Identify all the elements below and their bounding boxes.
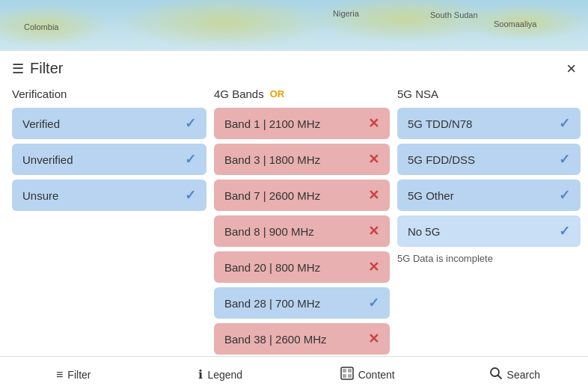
check-icon-verified: ✓ [185, 115, 196, 132]
filter-item-band8[interactable]: Band 8 | 900 MHz ✕ [214, 215, 390, 247]
filter-nav-icon: ≡ [56, 368, 63, 382]
x-icon-band1: ✕ [368, 115, 379, 132]
map-label-soomaaliya: Soomaaliya [494, 19, 536, 28]
filter-title: Filter [30, 60, 63, 77]
filter-item-unverified-label: Unverified [22, 153, 73, 166]
nav-filter[interactable]: ≡ Filter [0, 357, 147, 392]
filter-item-band1[interactable]: Band 1 | 2100 MHz ✕ [214, 108, 390, 139]
nav-legend[interactable]: ℹ Legend [147, 357, 295, 392]
close-button[interactable]: × [566, 61, 576, 77]
filter-item-unsure[interactable]: Unsure ✓ [12, 180, 206, 211]
svg-rect-3 [343, 374, 346, 378]
check-icon-unsure: ✓ [185, 187, 196, 203]
band3-label: Band 3 | 1800 MHz [224, 153, 320, 166]
filter-panel: ☰ Filter × Verification Verified ✓ Unver… [0, 51, 588, 356]
map-label-colombia: Colombia [24, 22, 58, 31]
svg-rect-1 [343, 369, 346, 373]
content-nav-icon [340, 367, 354, 383]
check-icon-5g-other: ✓ [559, 187, 570, 203]
5g-fdd-label: 5G FDD/DSS [408, 153, 475, 166]
check-icon-5g-fdd: ✓ [559, 151, 570, 168]
filter-item-unverified[interactable]: Unverified ✓ [12, 144, 206, 175]
5g-other-label: 5G Other [408, 189, 454, 202]
or-label: OR [270, 88, 285, 99]
band38-label: Band 38 | 2600 MHz [224, 333, 326, 346]
svg-line-6 [497, 375, 501, 379]
band1-label: Band 1 | 2100 MHz [224, 117, 320, 130]
x-icon-band38: ✕ [368, 331, 379, 347]
svg-rect-4 [348, 374, 352, 378]
filter-item-5g-fdd[interactable]: 5G FDD/DSS ✓ [397, 144, 581, 175]
map-background: Colombia Nigeria South Sudan Soomaaliya [0, 0, 588, 51]
svg-rect-2 [348, 369, 352, 373]
5g-tdd-label: 5G TDD/N78 [408, 117, 472, 130]
x-icon-band20: ✕ [368, 259, 379, 275]
x-icon-band3: ✕ [368, 151, 379, 168]
content-nav-label: Content [358, 369, 395, 381]
check-icon-unverified: ✓ [185, 151, 196, 168]
bands-5g-header: 5G NSA [397, 88, 581, 100]
filter-item-band7[interactable]: Band 7 | 2600 MHz ✕ [214, 180, 390, 211]
check-icon-no-5g: ✓ [559, 223, 570, 239]
filter-item-band20[interactable]: Band 20 | 800 MHz ✕ [214, 251, 390, 283]
bands-4g-header: 4G Bands OR [214, 88, 390, 100]
filter-item-verified-label: Verified [22, 117, 60, 130]
search-nav-icon [489, 367, 503, 383]
filter-icon: ☰ [12, 61, 24, 77]
filter-title-wrap: ☰ Filter [12, 60, 63, 77]
filter-item-no-5g[interactable]: No 5G ✓ [397, 215, 581, 247]
no-5g-label: No 5G [408, 225, 440, 238]
bottom-nav: ≡ Filter ℹ Legend Content Search [0, 356, 588, 392]
filter-item-band3[interactable]: Band 3 | 1800 MHz ✕ [214, 144, 390, 175]
filter-nav-label: Filter [67, 369, 91, 381]
filter-columns: Verification Verified ✓ Unverified ✓ Uns… [12, 88, 576, 337]
filter-item-verified[interactable]: Verified ✓ [12, 108, 206, 139]
filter-item-band28[interactable]: Band 28 | 700 MHz ✓ [214, 287, 390, 319]
5g-info-text: 5G Data is incomplete [397, 253, 581, 264]
filter-item-band38[interactable]: Band 38 | 2600 MHz ✕ [214, 323, 390, 355]
bands-4g-column: 4G Bands OR Band 1 | 2100 MHz ✕ Band 3 |… [214, 88, 397, 356]
nav-content[interactable]: Content [294, 357, 441, 392]
filter-item-unsure-label: Unsure [22, 189, 58, 202]
legend-nav-icon: ℹ [198, 367, 203, 382]
band7-label: Band 7 | 2600 MHz [224, 189, 320, 202]
map-label-south-sudan: South Sudan [430, 10, 478, 19]
check-icon-band28: ✓ [368, 295, 379, 311]
band8-label: Band 8 | 900 MHz [224, 225, 314, 238]
legend-nav-label: Legend [207, 369, 242, 381]
map-label-nigeria: Nigeria [333, 9, 359, 18]
verification-header: Verification [12, 88, 206, 100]
band20-label: Band 20 | 800 MHz [224, 261, 320, 274]
x-icon-band8: ✕ [368, 223, 379, 239]
bands-4g-header-label: 4G Bands [214, 88, 264, 100]
check-icon-5g-tdd: ✓ [559, 115, 570, 132]
x-icon-band7: ✕ [368, 187, 379, 203]
nav-search[interactable]: Search [441, 357, 589, 392]
bands-5g-column: 5G NSA 5G TDD/N78 ✓ 5G FDD/DSS ✓ 5G Othe… [397, 88, 581, 356]
search-nav-label: Search [507, 369, 540, 381]
filter-item-5g-tdd[interactable]: 5G TDD/N78 ✓ [397, 108, 581, 139]
verification-column: Verification Verified ✓ Unverified ✓ Uns… [12, 88, 214, 356]
filter-item-5g-other[interactable]: 5G Other ✓ [397, 180, 581, 211]
filter-header: ☰ Filter × [12, 60, 576, 77]
band28-label: Band 28 | 700 MHz [224, 297, 320, 310]
